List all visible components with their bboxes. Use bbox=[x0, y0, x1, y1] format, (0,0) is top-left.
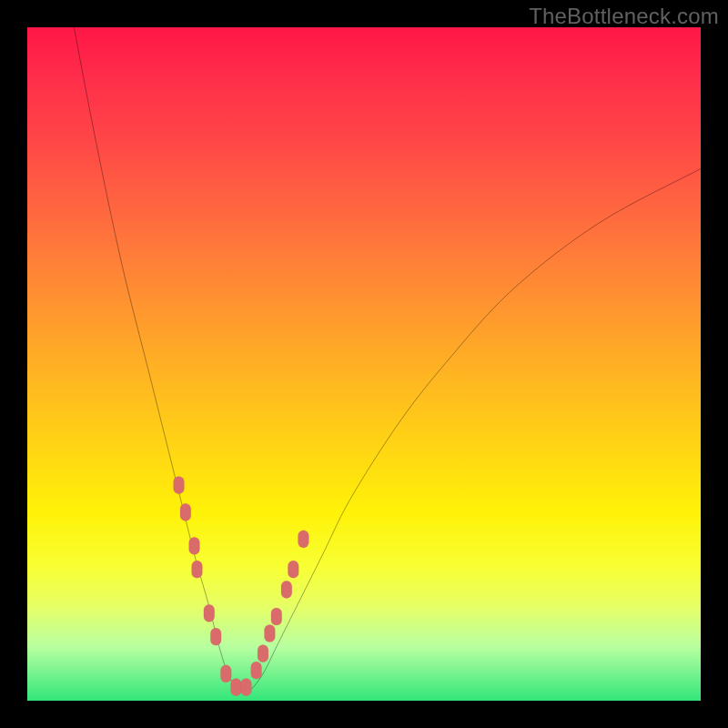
curve-marker bbox=[281, 581, 292, 598]
marker-group bbox=[174, 477, 309, 696]
curve-marker bbox=[210, 628, 221, 645]
bottleneck-curve bbox=[67, 0, 701, 693]
curve-marker bbox=[241, 679, 252, 696]
plot-area bbox=[27, 27, 701, 701]
curve-svg bbox=[27, 27, 701, 701]
watermark-text: TheBottleneck.com bbox=[529, 4, 719, 29]
curve-marker bbox=[174, 477, 185, 494]
curve-marker bbox=[230, 679, 241, 696]
curve-marker bbox=[204, 604, 215, 622]
curve-marker bbox=[288, 561, 298, 578]
curve-marker bbox=[220, 665, 231, 682]
curve-marker bbox=[271, 608, 282, 625]
chart-frame: TheBottleneck.com bbox=[0, 0, 728, 728]
curve-marker bbox=[264, 624, 275, 642]
curve-marker bbox=[189, 537, 200, 554]
curve-marker bbox=[251, 662, 262, 679]
curve-marker bbox=[192, 561, 203, 578]
curve-marker bbox=[180, 503, 191, 521]
curve-marker bbox=[298, 531, 308, 548]
curve-marker bbox=[258, 645, 268, 662]
